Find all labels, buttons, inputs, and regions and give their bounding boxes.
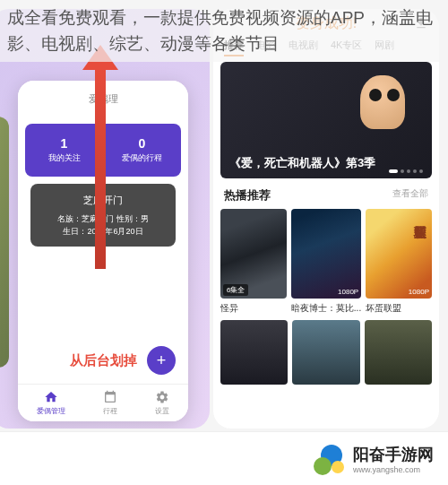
poster-item[interactable]: [365, 320, 432, 385]
dot-indicator[interactable]: [413, 169, 417, 173]
carousel-dots: [389, 169, 423, 173]
screens-container: 爱偶理 1 我的关注 0 爱偶的行程 芝麻开门 名族：芝麻开门 性别：男 生日：…: [0, 0, 448, 429]
poster-image: 6集全: [220, 209, 287, 299]
brand-name: 阳奋手游网: [353, 444, 434, 465]
nav-manage[interactable]: 爱偶管理: [37, 390, 65, 416]
bottom-navigation: 爱偶管理 行程 设置: [18, 384, 188, 421]
calendar-icon: [103, 390, 117, 404]
poster-item[interactable]: 1080P 暗夜博士：莫比...: [291, 209, 361, 315]
left-app-screen: 爱偶理 1 我的关注 0 爱偶的行程 芝麻开门 名族：芝麻开门 性别：男 生日：…: [0, 9, 210, 429]
view-all-link[interactable]: 查看全部: [392, 187, 428, 204]
add-button[interactable]: +: [147, 346, 176, 375]
poster-title: 怪异: [220, 302, 287, 315]
gear-icon: [155, 390, 169, 404]
stat-label: 爱偶的行程: [103, 152, 181, 164]
nav-label: 行程: [103, 406, 117, 416]
hero-banner[interactable]: 《爱，死亡和机器人》第3季: [220, 62, 432, 178]
poster-item[interactable]: 6集全 怪异: [220, 209, 287, 315]
dot-indicator[interactable]: [407, 169, 410, 173]
instruction-arrow: [95, 63, 106, 269]
nav-schedule[interactable]: 行程: [103, 390, 117, 416]
arrow-body: [95, 63, 106, 269]
home-icon: [44, 390, 58, 404]
poster-title: 坏蛋联盟: [366, 302, 432, 315]
hero-decoration: [369, 89, 382, 101]
episode-badge: 6集全: [223, 284, 248, 296]
logo-shape: [332, 461, 344, 473]
nav-label: 设置: [155, 406, 169, 416]
brand-url: www.yangshe.com: [353, 465, 434, 474]
hero-character: [360, 75, 405, 129]
stat-number: 1: [25, 136, 103, 151]
logo-shape: [314, 457, 332, 475]
logo-icon: [314, 443, 346, 475]
brand-logo[interactable]: 阳奋手游网 www.yangshe.com: [314, 443, 434, 475]
section-title: 热播推荐: [224, 187, 271, 204]
logo-text: 阳奋手游网 www.yangshe.com: [353, 444, 434, 474]
dot-indicator[interactable]: [389, 169, 398, 173]
overlay-description: 成全看免费观看，一款提供免费视频资源的APP，涵盖电影、电视剧、综艺、动漫等各类…: [0, 0, 448, 62]
swipe-instruction: 从后台划掉: [70, 352, 137, 369]
right-app-screen: 变身成功! 推荐 电影 电视剧 4K专区 网剧 《爱，死亡和机器人》第3季: [213, 9, 439, 429]
site-footer: 阳奋手游网 www.yangshe.com: [0, 431, 448, 485]
poster-title: 暗夜博士：莫比...: [291, 302, 361, 315]
poster-image: 1080P: [291, 209, 361, 299]
poster-item[interactable]: [220, 320, 288, 385]
hero-title: 《爱，死亡和机器人》第3季: [229, 155, 375, 171]
section-header: 热播推荐 查看全部: [213, 178, 439, 209]
quality-badge: 1080P: [338, 288, 358, 296]
hero-decoration: [387, 89, 400, 101]
poster-item[interactable]: [292, 320, 359, 385]
partial-phone-edge: [0, 117, 9, 368]
poster-image: 坏蛋联盟 1080P: [366, 209, 432, 299]
poster-grid: 6集全 怪异 1080P 暗夜博士：莫比... 坏蛋联盟 1080P 坏蛋联盟: [213, 209, 439, 315]
quality-badge: 1080P: [409, 288, 429, 296]
stat-label: 我的关注: [25, 152, 103, 164]
poster-item[interactable]: 坏蛋联盟 1080P 坏蛋联盟: [366, 209, 432, 315]
nav-settings[interactable]: 设置: [155, 390, 169, 416]
dot-indicator[interactable]: [419, 169, 423, 173]
nav-label: 爱偶管理: [37, 406, 65, 416]
stat-schedule[interactable]: 0 爱偶的行程: [103, 136, 181, 164]
stat-number: 0: [103, 136, 181, 151]
dot-indicator[interactable]: [401, 169, 404, 173]
stat-follows[interactable]: 1 我的关注: [25, 136, 103, 164]
poster-grid-2: [213, 315, 439, 385]
